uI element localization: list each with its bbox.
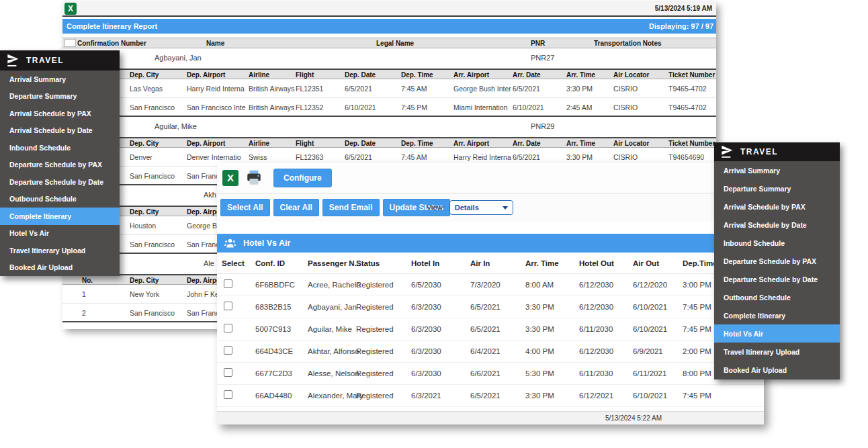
sidebar-item-arrival-summary[interactable]: Arrival Summary [0,71,120,88]
flight-header-dep-city: Dep. City [130,71,159,79]
cell-hotel-in: 6/3/2030 [411,303,470,311]
cell-arr-airport: Harry Reid Interna [453,153,511,161]
sidebar-item-departure-schedule-by-pax[interactable]: Departure Schedule by PAX [0,156,120,174]
row-checkbox[interactable] [224,324,232,332]
view-control: View: Details [427,193,513,222]
group-pnr: PNR27 [531,54,554,62]
sidebar-item-arrival-schedule-by-date[interactable]: Arrival Schedule by Date [0,122,120,140]
cell-passenger-n: Agbayani, Jan [308,303,356,311]
cell-dep-time: 7:45 AM [401,153,427,161]
group-passenger-name: Ale [204,259,214,267]
report-title-bar: Complete Itinerary Report Displaying: 97… [62,19,716,34]
print-icon[interactable] [245,169,263,187]
table-row: 66AD4480Alexander, MaryRegistered6/3/202… [217,385,764,407]
excel-export-icon[interactable]: X [222,170,238,186]
row-checkbox[interactable] [224,390,232,399]
cell-dep-city: Denver [130,153,153,161]
travel-plane-icon [720,145,734,159]
sidebar-item-departure-summary[interactable]: Departure Summary [714,179,840,197]
cell-air-out: 6/10/2021 [633,325,683,333]
flight-header-arr-airport: Arr. Airport [453,71,489,79]
chevron-down-icon [503,206,508,210]
table-row: 6F6BBDFCAcree, RacheleRegistered6/5/2030… [217,274,764,296]
flight-header-ticket: Ticket Number [668,71,715,79]
cell-arr-airport: George Bush Inter [453,85,511,93]
travel-plane-icon [6,54,19,67]
flight-header-dep-city: Dep. City [130,277,159,284]
sidebar-item-booked-air-upload[interactable]: Booked Air Upload [0,259,120,277]
main-header-confirmation-number: Confirmation Number [77,40,146,47]
sidebar-item-arrival-summary[interactable]: Arrival Summary [714,161,840,179]
cell-hotel-out: 6/11/2030 [579,369,633,377]
select-cell [222,323,255,335]
sidebar-item-hotel-vs-air[interactable]: Hotel Vs Air [0,225,120,242]
flight-table-header: No.Dep. CityDep. AirportAirlineFlightDep… [62,69,716,79]
cell-air-locator: CISRIO [613,153,638,161]
sidebar-item-complete-itinerary[interactable]: Complete Itinerary [714,306,840,324]
cell-passenger-n: Acree, Rachele [308,281,356,289]
toolbar: X Configure [217,163,764,193]
sidebar-item-departure-schedule-by-date[interactable]: Departure Schedule by Date [714,270,840,288]
sidebar-item-arrival-schedule-by-pax[interactable]: Arrival Schedule by PAX [0,105,120,122]
passenger-group-row: Aguilar, MikePNR29 [62,117,716,137]
sidebar-item-inbound-schedule[interactable]: Inbound Schedule [0,139,120,156]
cell-arr-date: 6/10/2021 [513,103,544,111]
view-select[interactable]: Details [449,200,513,215]
flight-row: San FranciscoSan Francisco InteBritish A… [62,98,716,117]
row-checkbox[interactable] [224,302,232,310]
cell-conf-id: 66AD4480 [255,392,308,400]
sidebar-item-inbound-schedule[interactable]: Inbound Schedule [714,234,840,252]
cell-hotel-in: 6/5/2030 [411,281,470,289]
flight-header-arr-time: Arr. Time [566,71,595,79]
excel-icon[interactable]: X [64,3,77,15]
sidebar-item-arrival-schedule-by-pax[interactable]: Arrival Schedule by PAX [714,197,840,216]
sidebar-item-departure-schedule-by-pax[interactable]: Departure Schedule by PAX [714,252,840,270]
sidebar-item-travel-itinerary-upload[interactable]: Travel Itinerary Upload [714,343,840,361]
sidebar-item-departure-summary[interactable]: Departure Summary [0,88,120,105]
cell-arr-date: 6/5/2021 [513,85,540,93]
cell-air-locator: CISRIO [613,103,638,111]
flight-header-air-locator: Air Locator [613,71,649,79]
select-all-button[interactable]: Select All [220,199,270,216]
cell-arr-date: 6/5/2021 [513,153,540,161]
cell-air-out: 6/12/2020 [633,281,683,289]
sidebar-item-departure-schedule-by-date[interactable]: Departure Schedule by Date [0,173,120,191]
section-header: Hotel Vs Air [217,234,764,253]
row-checkbox[interactable] [224,279,232,288]
cell-flight: FL12351 [296,85,323,93]
right-sidebar-items: Arrival SummaryDeparture SummaryArrival … [714,161,840,379]
sidebar-title: TRAVEL [740,147,778,156]
row-checkbox[interactable] [224,368,232,377]
send-email-button[interactable]: Send Email [322,199,380,216]
cell-dep-date: 6/10/2021 [345,103,376,111]
window-top-bar: X 5/13/2024 5:19 AM [62,2,716,17]
cell-air-locator: CISRIO [613,85,638,93]
cell-dep-airport: San Francisco Inte [187,103,246,111]
row-checkbox[interactable] [224,346,232,355]
cell-status: Registered [356,325,411,333]
status-bar: 5/13/2024 5:22 AM [217,411,764,424]
sidebar-item-outbound-schedule[interactable]: Outbound Schedule [0,191,120,208]
sidebar-item-complete-itinerary[interactable]: Complete Itinerary [0,208,120,225]
sidebar-item-outbound-schedule[interactable]: Outbound Schedule [714,288,840,306]
flight-header-no: No. [82,277,93,284]
cell-arr-time: 4:00 PM [525,347,579,355]
sidebar-item-booked-air-upload[interactable]: Booked Air Upload [714,361,840,379]
sidebar-item-travel-itinerary-upload[interactable]: Travel Itinerary Upload [0,242,120,259]
cell-status: Registered [356,392,411,400]
configure-button[interactable]: Configure [273,169,332,187]
cell-passenger-n: Alesse, Nelson [308,369,356,377]
flight-header-dep-city: Dep. City [130,208,159,216]
select-cell [222,390,255,402]
cell-dep-city: Las Vegas [130,85,163,93]
cell-arr-time: 3:30 PM [525,392,579,400]
cell-arr-time: 3:30 PM [525,303,579,311]
sidebar-item-hotel-vs-air[interactable]: Hotel Vs Air [714,324,840,343]
clear-all-button[interactable]: Clear All [273,199,319,216]
cell-hotel-in: 6/3/2030 [411,347,470,355]
cell-air-out: 6/10/2021 [633,303,683,311]
sidebar-item-arrival-schedule-by-date[interactable]: Arrival Schedule by Date [714,216,840,234]
column-header-hotel-in: Hotel In [411,259,470,267]
cell-dep-city: New York [130,290,159,298]
main-header-name: Name [206,40,224,47]
